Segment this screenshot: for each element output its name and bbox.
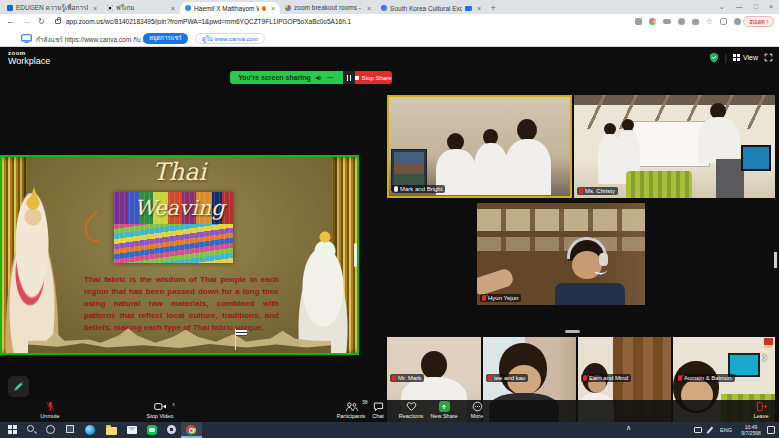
tab-haemil-active[interactable]: Haemil X Matthayom Watn... × — [180, 2, 280, 14]
start-button-icon[interactable] — [8, 425, 12, 429]
mail-icon[interactable] — [127, 426, 137, 434]
back-icon[interactable]: ← — [6, 16, 15, 26]
tab-close-icon[interactable]: × — [91, 5, 97, 12]
stop-icon — [355, 76, 359, 80]
leave-button[interactable]: Leave — [733, 401, 779, 419]
muted-mic-icon — [488, 375, 492, 381]
password-key-icon[interactable] — [663, 19, 671, 24]
chevron-up-icon[interactable]: ∧ — [172, 401, 176, 407]
webcam-feed — [574, 95, 775, 198]
video-camera-icon — [154, 401, 167, 412]
view-shared-tab-button[interactable]: ดูใน www.canva.com — [195, 33, 265, 44]
pause-share-button[interactable] — [343, 71, 355, 84]
display-share-icon — [21, 34, 32, 43]
camera-permission-icon[interactable] — [635, 18, 642, 25]
participant-name-label: Mark and Bright — [392, 185, 445, 193]
view-button[interactable]: View — [733, 54, 758, 61]
tab-breakout-search[interactable]: zoom breakout rooms - ค้นหาด้ว... × — [280, 2, 376, 14]
address-bar: ← → ↻ app.zoom.us/wc/81402183495/join?fr… — [0, 14, 779, 30]
action-center-icon[interactable] — [767, 426, 775, 434]
video-tile-hyun-yejun[interactable]: Hyun Yejun — [477, 203, 645, 305]
toolbar-extension-icons: ☆ — [635, 18, 741, 25]
participant-name: Mark and Bright — [400, 186, 442, 192]
tab-free-game[interactable]: ฟรีเกม × — [102, 2, 180, 14]
video-strip-resize-handle[interactable] — [565, 330, 580, 333]
maximize-button[interactable]: □ — [754, 3, 758, 10]
browser-update-pill[interactable]: อัปเดต ! — [743, 16, 774, 27]
chrome-icon[interactable] — [186, 425, 196, 435]
fullscreen-icon[interactable] — [764, 53, 773, 62]
refresh-icon[interactable]: ↻ — [38, 17, 45, 26]
cortana-icon[interactable] — [46, 425, 55, 434]
tab-title: zoom breakout rooms - ค้นหาด้ว... — [294, 3, 362, 13]
tab-close-icon[interactable]: × — [269, 5, 275, 12]
chat-icon — [373, 401, 384, 412]
new-tab-button[interactable]: + — [486, 2, 500, 14]
more-button[interactable]: More — [449, 401, 505, 419]
slide-scrollbar[interactable] — [354, 243, 357, 267]
thai-dancer-image — [2, 193, 66, 353]
taskbar-clock[interactable]: 10:49 9/7/2568 — [737, 424, 765, 436]
file-explorer-icon[interactable] — [106, 427, 117, 435]
minimize-button[interactable]: — — [736, 3, 743, 10]
more-icon — [472, 401, 483, 412]
taskbar-search-icon[interactable] — [27, 425, 34, 432]
settings-icon[interactable] — [167, 425, 176, 434]
banner-more-icon[interactable]: ⋯ — [327, 74, 335, 82]
page-scrollbar[interactable] — [774, 252, 777, 268]
tray-pen-icon[interactable] — [707, 426, 713, 433]
forward-icon[interactable]: → — [22, 16, 31, 26]
tray-expand-icon[interactable]: ∧ — [626, 424, 631, 432]
heart-icon — [406, 401, 417, 412]
tab-close-icon[interactable]: × — [475, 5, 481, 12]
tab-close-icon[interactable]: × — [169, 5, 175, 12]
language-indicator[interactable]: ENG — [720, 427, 732, 433]
header-divider: | — [725, 53, 727, 63]
padlock-icon[interactable] — [55, 19, 61, 24]
windows-taskbar: ∧ ENG 10:49 9/7/2568 — [0, 422, 779, 438]
annotate-button[interactable] — [8, 376, 29, 397]
muted-mic-icon — [678, 375, 682, 381]
stop-share-button[interactable]: Stop Share — [355, 71, 392, 84]
extension-colored-icon[interactable] — [649, 18, 656, 25]
edge-icon[interactable] — [85, 425, 95, 435]
tray-network-icon[interactable] — [694, 427, 702, 433]
bookmark-star-icon[interactable]: ☆ — [706, 18, 713, 25]
browser-tab-strip: EDUGEN ความรู้เพื่อการศึกษาไทย × ฟรีเกม … — [0, 0, 779, 14]
muted-mic-icon — [579, 188, 583, 194]
video-tile-mark-and-bright[interactable]: Mark and Bright — [387, 95, 572, 198]
tab-canva-shared[interactable]: South Korea Cultural Exchan... × — [376, 2, 486, 14]
line-app-icon[interactable] — [147, 425, 157, 435]
screen: EDUGEN ความรู้เพื่อการศึกษาไทย × ฟรีเกม … — [0, 0, 779, 438]
zoom-favicon-icon — [185, 5, 191, 11]
tab-search-chevron-icon[interactable]: ⌄ — [719, 3, 725, 11]
translate-icon[interactable] — [678, 18, 685, 25]
profile-avatar[interactable] — [734, 18, 741, 25]
participant-name: Hyun Yejun — [488, 295, 518, 301]
tab-edugen[interactable]: EDUGEN ความรู้เพื่อการศึกษาไทย × — [2, 2, 102, 14]
security-shield-icon[interactable] — [709, 52, 719, 63]
close-button[interactable]: × — [769, 3, 773, 10]
url-field[interactable]: app.zoom.us/wc/81402183495/join?fromPWA=… — [66, 18, 586, 25]
mic-icon — [394, 186, 398, 192]
stop-sharing-button[interactable]: หยุดการแชร์ — [143, 33, 188, 44]
webcam-feed — [477, 203, 645, 305]
side-panel-icon[interactable] — [720, 18, 727, 25]
task-view-icon[interactable] — [66, 425, 74, 433]
slide-body-text: Thai fabric is the wisdom of Thai people… — [84, 274, 279, 334]
stop-video-button[interactable]: ∧ Stop Video — [132, 401, 188, 419]
speaker-icon[interactable] — [315, 74, 323, 82]
tab-close-icon[interactable]: × — [365, 5, 371, 12]
media-indicator-icon — [262, 6, 266, 11]
stop-share-label: Stop Share — [361, 75, 391, 81]
participant-name-label: Hyun Yejun — [480, 294, 521, 302]
participant-name-label: Ms. Christy — [577, 187, 618, 195]
window-controls: ⌄ — □ × — [719, 0, 777, 13]
view-grid-icon — [733, 54, 740, 61]
participant-name: tee and kao — [494, 375, 525, 381]
tab-title: South Korea Cultural Exchan... — [390, 5, 462, 12]
next-videos-chevron-icon[interactable]: › — [762, 348, 767, 366]
share-page-icon[interactable] — [692, 19, 699, 25]
video-tile-ms-christy[interactable]: Ms. Christy — [574, 95, 775, 198]
unmute-button[interactable]: Unmute — [22, 401, 78, 419]
